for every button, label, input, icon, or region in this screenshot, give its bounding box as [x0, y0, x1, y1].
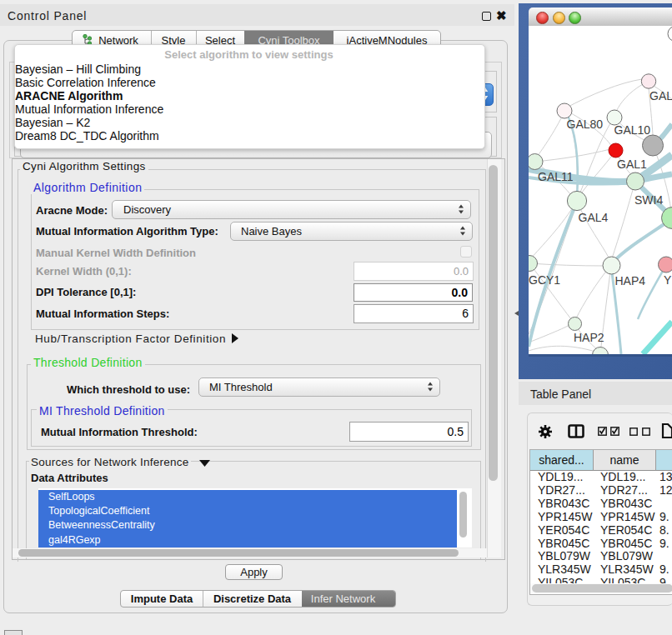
svg-text:GAL80: GAL80 — [567, 118, 604, 131]
svg-text:GAL1: GAL1 — [617, 158, 647, 171]
svg-text:HAP2: HAP2 — [574, 331, 604, 344]
svg-text:Y: Y — [664, 273, 672, 287]
svg-text:GAL: GAL — [649, 89, 672, 102]
svg-text:GAL4: GAL4 — [579, 211, 609, 224]
svg-text:SWI4: SWI4 — [634, 193, 663, 207]
svg-text:GAL11: GAL11 — [538, 170, 574, 183]
svg-text:HAP4: HAP4 — [615, 274, 646, 288]
svg-text:GCY1: GCY1 — [529, 273, 560, 287]
svg-text:GAL10: GAL10 — [614, 123, 651, 137]
